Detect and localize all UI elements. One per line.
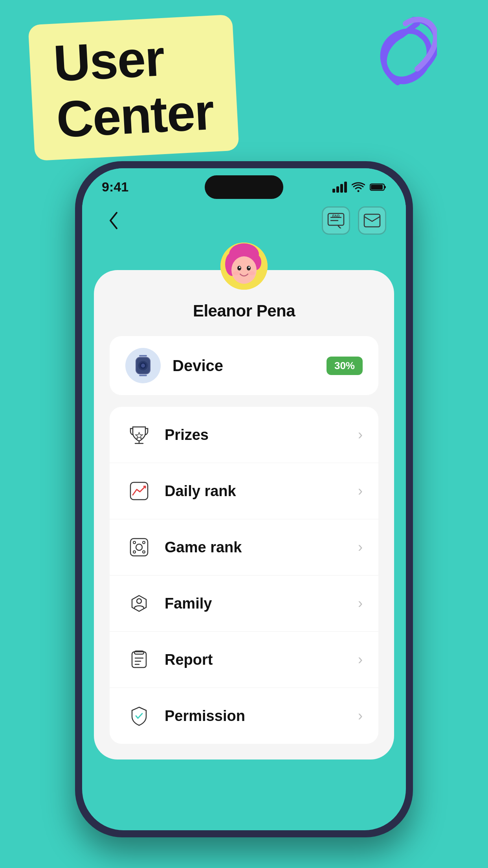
svg-point-36 — [137, 599, 141, 603]
status-time: 9:41 — [102, 179, 128, 195]
device-label: Device — [172, 357, 327, 375]
device-icon — [125, 348, 161, 383]
report-icon — [125, 646, 153, 673]
svg-rect-3 — [384, 186, 386, 188]
svg-rect-9 — [364, 214, 380, 227]
back-button[interactable] — [102, 209, 125, 232]
svg-rect-2 — [371, 185, 383, 189]
svg-point-32 — [133, 541, 136, 544]
menu-item-permission[interactable]: Permission › — [110, 688, 378, 744]
svg-point-17 — [239, 267, 240, 268]
svg-point-20 — [249, 271, 255, 275]
svg-point-26 — [141, 364, 145, 368]
family-icon — [125, 590, 153, 617]
menu-item-report[interactable]: Report › — [110, 632, 378, 688]
svg-text:FAQ: FAQ — [332, 214, 340, 218]
game-rank-label: Game rank — [165, 539, 358, 556]
svg-point-15 — [237, 266, 241, 270]
device-card[interactable]: Device 30% — [110, 336, 378, 395]
signal-icon — [332, 182, 347, 193]
svg-point-0 — [358, 190, 360, 192]
svg-rect-38 — [134, 651, 144, 654]
menu-item-family[interactable]: Family › — [110, 576, 378, 632]
svg-rect-30 — [130, 539, 148, 556]
svg-point-14 — [231, 256, 257, 284]
report-label: Report — [165, 651, 358, 668]
permission-icon — [125, 702, 153, 730]
menu-list: Prizes › Da — [110, 407, 378, 744]
daily-rank-chevron: › — [358, 483, 363, 499]
daily-rank-icon — [125, 477, 153, 505]
svg-rect-22 — [139, 375, 147, 376]
wifi-icon — [352, 182, 365, 193]
avatar — [220, 243, 268, 290]
report-chevron: › — [358, 651, 363, 668]
svg-rect-21 — [139, 355, 147, 357]
svg-point-31 — [136, 544, 142, 550]
svg-point-34 — [133, 551, 136, 553]
phone-frame: 9:41 — [75, 161, 413, 837]
header-label: User Center — [28, 15, 239, 161]
svg-point-19 — [233, 271, 239, 275]
user-card: Eleanor Pena — [94, 270, 394, 760]
permission-label: Permission — [165, 708, 358, 725]
profile-section: Eleanor Pena — [82, 243, 406, 760]
prizes-label: Prizes — [165, 427, 358, 443]
prizes-icon — [125, 421, 153, 449]
game-rank-chevron: › — [358, 539, 363, 555]
battery-icon — [370, 183, 386, 191]
svg-point-16 — [247, 266, 251, 270]
nav-bar: FAQ — [82, 199, 406, 243]
svg-line-8 — [338, 226, 341, 228]
family-label: Family — [165, 595, 358, 612]
prizes-chevron: › — [358, 427, 363, 443]
dynamic-island — [205, 175, 283, 199]
daily-rank-label: Daily rank — [165, 483, 358, 500]
mail-button[interactable] — [358, 206, 386, 235]
menu-item-prizes[interactable]: Prizes › — [110, 407, 378, 463]
permission-chevron: › — [358, 708, 363, 724]
svg-point-33 — [143, 541, 145, 544]
paperclip-icon — [374, 12, 437, 90]
status-icons — [332, 182, 386, 193]
svg-point-18 — [248, 267, 250, 268]
user-name: Eleanor Pena — [193, 302, 295, 320]
faq-button[interactable]: FAQ — [322, 206, 350, 235]
svg-point-35 — [143, 551, 145, 553]
game-rank-icon — [125, 533, 153, 561]
menu-item-game-rank[interactable]: Game rank › — [110, 519, 378, 576]
family-chevron: › — [358, 595, 363, 612]
device-badge: 30% — [327, 357, 363, 375]
page-title: User Center — [52, 28, 215, 148]
menu-item-daily-rank[interactable]: Daily rank › — [110, 463, 378, 519]
